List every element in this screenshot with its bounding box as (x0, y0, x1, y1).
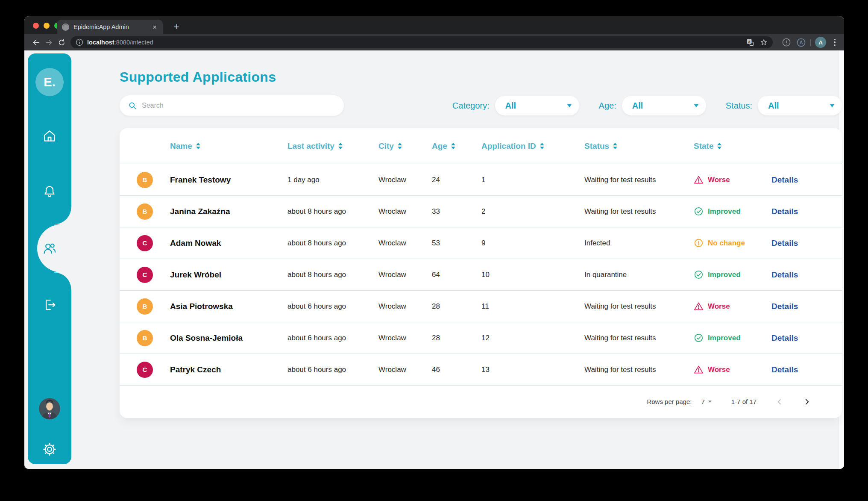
rows-per-page-label: Rows per page: (647, 398, 692, 405)
row-status: Waiting for test results (584, 176, 694, 184)
column-header[interactable]: Status (584, 141, 694, 151)
row-application-id: 9 (481, 239, 584, 248)
row-name: Patryk Czech (170, 365, 287, 374)
row-details-cell: Details (771, 239, 842, 248)
details-link[interactable]: Details (771, 365, 798, 374)
age-value: All (632, 101, 643, 111)
column-header[interactable]: City (378, 141, 432, 151)
row-application-id: 11 (481, 302, 584, 311)
extension-a-icon[interactable]: A (796, 37, 806, 47)
row-status: In quarantine (584, 271, 694, 279)
search-input[interactable] (142, 102, 335, 109)
user-avatar[interactable] (39, 398, 60, 419)
table-row: C Patryk Czech about 6 hours ago Wroclaw… (120, 354, 842, 386)
row-application-id: 10 (481, 271, 584, 279)
sidebar-item-logout[interactable] (42, 298, 57, 312)
row-status: Infected (584, 239, 694, 248)
details-link[interactable]: Details (771, 302, 798, 311)
rows-per-page-value[interactable]: 7 (701, 398, 704, 405)
forward-button[interactable] (42, 36, 55, 49)
row-details-cell: Details (771, 270, 842, 280)
row-details-cell: Details (771, 333, 842, 343)
filter-status: Status: All (726, 96, 842, 115)
row-state: Worse (694, 175, 771, 185)
previous-page-icon[interactable] (775, 398, 784, 406)
row-state: Improved (694, 206, 771, 216)
row-details-cell: Details (771, 207, 842, 216)
sidebar-item-home[interactable] (42, 129, 57, 143)
column-header[interactable]: Application ID (481, 141, 584, 151)
row-name: Ola Sosna-Jemioła (170, 333, 287, 343)
row-state: Worse (694, 301, 771, 311)
status-select[interactable]: All (758, 96, 842, 115)
table-row: B Ola Sosna-Jemioła about 6 hours ago Wr… (120, 322, 842, 354)
table-row: B Asia Piotrowska about 6 hours ago Wroc… (120, 291, 842, 322)
row-state-label: No change (708, 239, 745, 248)
details-link[interactable]: Details (771, 270, 798, 279)
url-bar[interactable]: localhost:8080/infected a (70, 36, 773, 48)
back-button[interactable] (29, 36, 42, 49)
filter-age-label: Age: (599, 101, 616, 111)
row-age: 28 (432, 334, 481, 342)
row-application-id: 2 (481, 207, 584, 216)
next-page-icon[interactable] (803, 398, 811, 406)
row-details-cell: Details (771, 365, 842, 374)
app-content: E. (24, 50, 844, 469)
search-box[interactable] (120, 95, 344, 116)
new-tab-button[interactable]: + (170, 21, 182, 33)
details-link[interactable]: Details (771, 239, 798, 248)
rows-per-page-caret-icon[interactable] (708, 401, 712, 403)
browser-profile-avatar[interactable]: A (815, 37, 826, 48)
row-city: Wroclaw (378, 334, 432, 342)
row-avatar-cell: C (120, 267, 170, 283)
close-window-button[interactable] (33, 23, 39, 29)
reload-button[interactable] (55, 36, 68, 49)
bookmark-star-icon[interactable] (760, 38, 768, 46)
sort-icon (540, 143, 544, 149)
worse-warning-icon (694, 301, 704, 311)
row-last-activity: 1 day ago (287, 176, 378, 184)
details-link[interactable]: Details (771, 207, 798, 216)
filter-status-label: Status: (726, 101, 752, 111)
tab-title: EpidemicApp Admin (73, 24, 151, 30)
browser-menu-icon[interactable] (830, 37, 839, 48)
toolbar-divider (810, 39, 811, 46)
row-state-label: Worse (708, 176, 730, 184)
row-name: Asia Piotrowska (170, 302, 287, 311)
url-path: :8080/infected (114, 39, 153, 46)
improved-check-icon (694, 270, 704, 280)
column-header[interactable]: Last activity (287, 141, 378, 151)
pagination-range: 1-7 of 17 (731, 398, 757, 405)
site-info-icon[interactable] (76, 38, 83, 46)
details-link[interactable]: Details (771, 333, 798, 342)
filter-age: Age: All (599, 96, 706, 115)
sidebar-item-users[interactable] (42, 241, 57, 256)
column-header[interactable]: Name (170, 141, 287, 151)
row-name: Janina Zakaźna (170, 207, 287, 216)
row-application-id: 13 (481, 365, 584, 374)
column-header[interactable]: State (694, 141, 771, 151)
svg-text:A: A (799, 40, 803, 45)
minimize-window-button[interactable] (44, 23, 50, 29)
age-select[interactable]: All (622, 96, 706, 115)
settings-gear-icon[interactable] (42, 442, 57, 457)
row-state: Improved (694, 270, 771, 280)
row-state: Worse (694, 365, 771, 374)
browser-tab[interactable]: EpidemicApp Admin × (57, 20, 163, 34)
row-avatar-cell: B (120, 172, 170, 188)
tab-close-icon[interactable]: × (151, 23, 158, 32)
row-status: Waiting for test results (584, 207, 694, 216)
translate-icon[interactable]: a (746, 38, 754, 46)
worse-warning-icon (694, 365, 704, 374)
row-last-activity: about 8 hours ago (287, 239, 378, 248)
row-status: Waiting for test results (584, 365, 694, 374)
sidebar-item-notifications[interactable] (42, 184, 57, 199)
category-select[interactable]: All (495, 96, 579, 115)
extension-info-icon[interactable] (781, 37, 792, 47)
table-row: B Franek Testowy 1 day ago Wroclaw 24 1 … (120, 164, 842, 196)
details-link[interactable]: Details (771, 175, 798, 184)
browser-window: EpidemicApp Admin × + localhost:8080/inf… (24, 16, 844, 469)
favicon-icon (62, 24, 69, 31)
column-header[interactable]: Age (432, 141, 481, 151)
row-initial-badge: B (137, 298, 153, 315)
